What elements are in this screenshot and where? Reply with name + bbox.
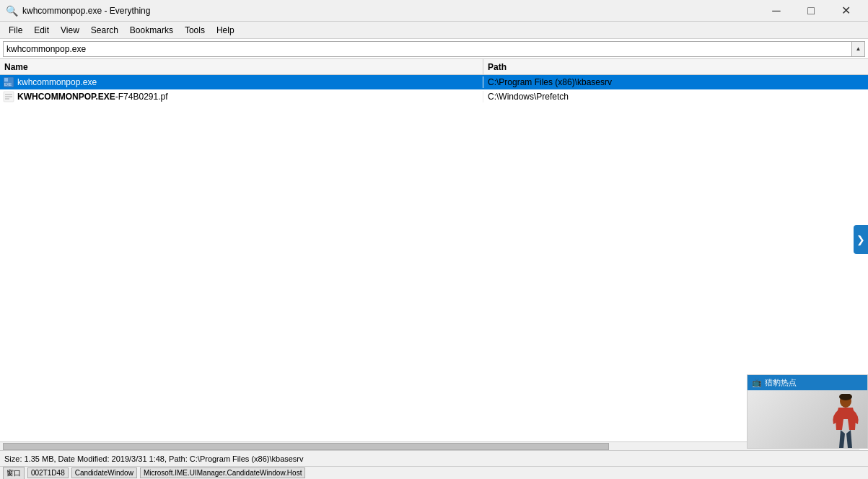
maximize-button[interactable]: □ [794,0,828,22]
menu-help[interactable]: Help [211,22,240,38]
status-text: Size: 1.35 MB, Date Modified: 2019/3/31 … [4,454,304,463]
title-bar-controls: ─ □ ✕ [760,0,862,22]
app-icon: 🔍 [6,5,18,17]
side-widget-body [748,390,867,448]
file-path-cell: C:\Windows\Prefetch [483,92,868,102]
close-button[interactable]: ✕ [829,0,862,22]
title-bar-left: 🔍 kwhcommonpop.exe - Everything [6,5,150,17]
side-widget-image [748,390,867,448]
menu-bookmarks[interactable]: Bookmarks [124,22,179,38]
minimize-button[interactable]: ─ [760,0,793,22]
menu-bar: File Edit View Search Bookmarks Tools He… [0,22,868,39]
exe-icon: EXE [3,76,14,88]
file-list: EXE kwhcommonpop.exe C:\Program Files (x… [0,75,868,450]
scrollbar-thumb[interactable] [3,443,609,450]
side-widget-title: 猎豹热点 [765,377,797,388]
taskbar-item-2[interactable]: CandidateWindow [71,467,137,478]
file-name-cell: EXE kwhcommonpop.exe [0,76,483,88]
horizontal-scrollbar[interactable] [0,441,859,450]
side-widget: 📺 猎豹热点 [747,374,868,449]
table-row[interactable]: EXE kwhcommonpop.exe C:\Program Files (x… [0,75,868,89]
menu-search[interactable]: Search [85,22,124,38]
side-widget-icon: 📺 [752,378,762,387]
title-bar: 🔍 kwhcommonpop.exe - Everything ─ □ ✕ [0,0,868,22]
taskbar: 窗口 002T1D48 CandidateWindow Microsoft.IM… [0,466,868,479]
search-toggle-button[interactable]: ▲ [852,41,865,57]
side-widget-header: 📺 猎豹热点 [748,375,867,390]
menu-edit[interactable]: Edit [28,22,55,38]
name-column-header[interactable]: Name [0,59,483,74]
taskbar-item-1[interactable]: 002T1D48 [27,467,69,478]
figure-silhouette [828,394,864,448]
menu-file[interactable]: File [3,22,28,38]
taskbar-item-3[interactable]: Microsoft.IME.UIManager.CandidateWindow.… [140,467,306,478]
path-column-header[interactable]: Path [483,59,868,74]
menu-view[interactable]: View [55,22,85,38]
file-name-highlight: KWHCOMMONPOP.EXE [17,92,115,102]
file-name-cell: KWHCOMMONPOP.EXE-F74B0291.pf [0,91,483,102]
file-path-cell: C:\Program Files (x86)\kbasesrv [483,77,868,87]
svg-rect-1 [4,78,8,82]
search-bar: ▲ [0,39,868,59]
results-area: Name Path EXE kwhcommonpop.exe C:\Progra… [0,59,868,450]
pf-icon [3,91,14,102]
status-bar: Size: 1.35 MB, Date Modified: 2019/3/31 … [0,450,868,466]
file-name-text: kwhcommonpop.exe [17,77,97,87]
right-arrow-button[interactable]: ❯ [854,225,868,254]
svg-text:EXE: EXE [4,82,12,87]
table-row[interactable]: KWHCOMMONPOP.EXE-F74B0291.pf C:\Windows\… [0,89,868,104]
title-text: kwhcommonpop.exe - Everything [22,6,150,16]
column-headers: Name Path [0,59,868,75]
file-name-text: KWHCOMMONPOP.EXE-F74B0291.pf [17,92,168,102]
search-input[interactable] [3,41,852,57]
taskbar-item-0[interactable]: 窗口 [3,467,25,480]
menu-tools[interactable]: Tools [179,22,211,38]
file-name-suffix: -F74B0291.pf [115,92,168,102]
